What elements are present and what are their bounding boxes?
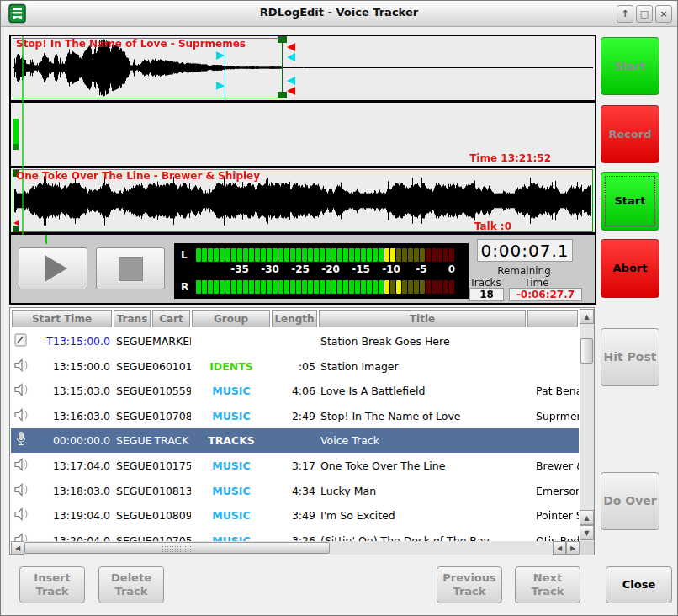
meter-segment [302, 280, 307, 294]
column-header-start-time[interactable]: Start Time [12, 310, 112, 327]
marker-icon [13, 332, 30, 356]
play-button[interactable] [19, 247, 87, 289]
column-header-trans[interactable]: Trans [114, 310, 151, 327]
cell-group: IDENTS [192, 354, 271, 379]
cell-group: MUSIC [192, 479, 271, 503]
cell-title: Love Is A Battlefield [320, 379, 527, 403]
cell-start-time: 13:15:00.0 [34, 354, 110, 379]
column-header-group[interactable]: Group [192, 310, 270, 327]
stop-button[interactable] [96, 247, 165, 289]
cell-artist: Pat Benatar [536, 379, 579, 403]
cell-group: MUSIC [192, 379, 271, 403]
meter-segment [402, 248, 407, 262]
insert-track-button[interactable]: Insert Track [19, 566, 85, 603]
meter-segment [314, 248, 319, 262]
log-row[interactable]: 13:20:04.0SEGUE010705MUSIC3:26(Sittin' O… [11, 528, 579, 541]
meter-scale-label: -5 [416, 263, 426, 275]
cell-start-time: 13:20:04.0 [34, 528, 110, 541]
meter-segment [243, 280, 248, 294]
record-button[interactable]: Record [601, 105, 659, 163]
cell-length: 4:06 [272, 379, 315, 403]
cell-trans: SEGUE [116, 454, 153, 478]
meter-segment [349, 280, 354, 294]
horizontal-scroll-thumb[interactable] [24, 542, 330, 554]
meter-segment [437, 248, 442, 262]
do-over-button[interactable]: Do Over [601, 472, 659, 530]
meter-segment [225, 280, 230, 294]
tracks-remaining-value: 18 [469, 288, 504, 301]
next-track-button[interactable]: Next Track [515, 566, 580, 603]
hit-post-button[interactable]: Hit Post [601, 328, 659, 386]
cell-artist [536, 428, 579, 453]
window-title: RDLogEdit - Voice Tracker [1, 6, 677, 19]
cell-title: Station Break Goes Here [320, 329, 527, 353]
meter-segment [367, 280, 372, 294]
column-header-cart[interactable]: Cart [152, 310, 190, 327]
horizontal-scrollbar[interactable]: ◀ ◀ ▶ [11, 541, 580, 555]
meter-segment [308, 248, 313, 262]
stop-icon [119, 257, 143, 281]
log-row[interactable]: 13:19:04.0SEGUE010809MUSIC3:49I'm So Exc… [11, 503, 579, 528]
meter-segment [302, 248, 307, 262]
meter-segment [320, 280, 325, 294]
speaker-icon [13, 531, 30, 541]
meter-segment [214, 280, 219, 294]
meter-segment [355, 280, 360, 294]
meter-segment [231, 280, 236, 294]
log-row[interactable]: 13:16:03.0SEGUE010708MUSIC2:49Stop! In T… [11, 404, 579, 428]
meter-scale-label: -15 [352, 263, 370, 275]
meter-segment [308, 280, 313, 294]
meter-segment [267, 248, 272, 262]
shade-window-button[interactable]: ↑ [617, 5, 633, 23]
abort-button[interactable]: Abort [601, 239, 659, 298]
cell-title: Voice Track [320, 428, 527, 453]
meter-segment [284, 248, 289, 262]
meter-scale-label: -20 [321, 263, 340, 275]
cell-trans: SEGUE [116, 354, 153, 379]
log-row[interactable]: 13:17:04.0SEGUE010175MUSIC3:17One Toke O… [11, 454, 579, 478]
scroll-left2-icon[interactable]: ◀ [553, 541, 566, 555]
track1-title: Stop! In The Name of Love - Suprmemes [16, 38, 246, 50]
log-row[interactable]: T13:15:00.0SEGUEMARKERStation Break Goes… [11, 329, 579, 353]
meter-segment [278, 248, 283, 262]
cell-length [272, 329, 315, 353]
mic-icon [13, 431, 30, 455]
log-row[interactable]: 13:15:00.0SEGUE060101IDENTS:05Station Im… [11, 354, 579, 379]
close-window-button[interactable]: × [655, 5, 672, 23]
column-header-title[interactable]: Title [319, 310, 526, 327]
meter-segment [267, 280, 272, 294]
column-header-artist-blank[interactable] [527, 310, 578, 327]
meter-scale-label: -30 [261, 263, 279, 275]
column-header-length[interactable]: Length [272, 310, 317, 327]
meter-scale-label: -35 [230, 263, 249, 275]
meter-segment [202, 280, 207, 294]
scroll-up2-icon[interactable]: ▲ [580, 510, 594, 525]
scroll-down-icon[interactable]: ▼ [580, 525, 594, 540]
cell-start-time: 13:19:04.0 [34, 503, 110, 528]
log-row[interactable]: 13:15:03.0SEGUE010559MUSIC4:06Love Is A … [11, 379, 579, 403]
cell-trans: SEGUE [116, 329, 153, 353]
maximize-window-button[interactable]: □ [636, 5, 653, 23]
cell-length: 3:49 [272, 503, 315, 528]
start-track1-button[interactable]: Start [601, 37, 659, 95]
talk-counter-label: Talk :0 [474, 220, 511, 232]
vertical-scroll-thumb[interactable] [580, 338, 593, 364]
log-row[interactable]: 13:18:03.0SEGUE010813MUSIC4:34Lucky ManE… [11, 479, 579, 503]
meter-segment [432, 280, 437, 294]
meter-segment [296, 248, 301, 262]
scroll-left-icon[interactable]: ◀ [11, 541, 24, 555]
cell-artist: Brewer & Sh [536, 454, 579, 478]
scroll-up-icon[interactable]: ▲ [580, 309, 594, 324]
meter-segment [202, 248, 207, 262]
meter-segment [231, 248, 236, 262]
title-bar[interactable]: RDLogEdit - Voice Tracker ↑ □ × [1, 1, 677, 27]
meter-segment [408, 248, 413, 262]
log-row-selected[interactable]: 00:00:00.0SEGUETRACKTRACKSVoice Track [11, 428, 579, 453]
start-track3-button[interactable]: Start [601, 172, 659, 231]
close-button[interactable]: Close [606, 566, 672, 603]
waveform-canvas[interactable] [11, 36, 595, 235]
previous-track-button[interactable]: Previous Track [437, 566, 502, 603]
delete-track-button[interactable]: Delete Track [98, 566, 164, 603]
vertical-scrollbar[interactable]: ▲ ▲ ▼ [580, 309, 594, 541]
scroll-right-icon[interactable]: ▶ [566, 541, 580, 555]
